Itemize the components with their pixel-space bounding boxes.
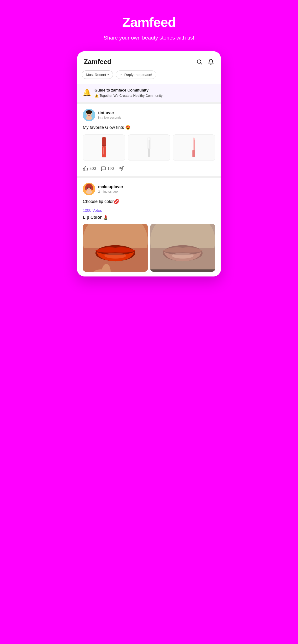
post-1-username: tintlover	[98, 110, 121, 115]
comment-count: 190	[107, 166, 114, 171]
post-2-user-info: makeuplover 2 minutes ago	[98, 184, 123, 193]
comment-button[interactable]: 190	[101, 166, 114, 171]
poll-image-orange-lip[interactable]	[83, 224, 148, 272]
check-icon: ✓	[120, 72, 123, 76]
reply-label: Reply me please!	[124, 72, 152, 77]
community-subtitle: ⚠️ Together We Create a Healthy Communit…	[95, 94, 163, 98]
search-icon[interactable]	[196, 58, 203, 65]
filter-bar: Most Recent ▾ ✓ Reply me please!	[77, 70, 221, 84]
svg-point-31	[90, 187, 91, 189]
svg-rect-15	[148, 138, 149, 148]
post-1-time: in a few seconds	[98, 116, 121, 119]
avatar-img	[83, 109, 95, 121]
product-image-2	[128, 134, 170, 161]
svg-point-29	[91, 186, 93, 190]
search-svg	[196, 59, 203, 65]
chevron-down-icon: ▾	[107, 73, 109, 76]
section-divider-2	[77, 176, 221, 178]
svg-rect-46	[150, 270, 215, 272]
svg-point-21	[193, 138, 195, 140]
lipstick-1-svg	[99, 137, 109, 158]
avatar-2-img	[83, 183, 95, 195]
app-card: Zamfeed Most Recent ▾ ✓ Reply me	[77, 51, 221, 276]
comment-icon	[101, 166, 106, 171]
orange-lip-photo	[83, 224, 148, 272]
like-count: 500	[89, 166, 96, 171]
app-header: Zamfeed	[77, 51, 221, 70]
svg-point-7	[86, 110, 92, 114]
svg-point-30	[87, 187, 89, 189]
svg-point-45	[172, 253, 193, 258]
section-divider-1	[77, 102, 221, 104]
hero-section: Zamfeed Share your own beauty stories wi…	[99, 14, 199, 42]
app-logo: Zamfeed	[84, 58, 111, 66]
post-1-header: tintlover in a few seconds	[83, 109, 215, 121]
svg-point-32	[86, 188, 88, 190]
community-banner: 🔔 Guide to zamface Community ⚠️ Together…	[77, 84, 221, 102]
svg-point-33	[90, 188, 92, 190]
like-button[interactable]: 500	[83, 166, 96, 171]
hero-title: Zamfeed	[104, 14, 194, 30]
most-recent-label: Most Recent	[86, 72, 106, 77]
share-icon	[118, 166, 124, 171]
lipstick-2-svg	[145, 137, 153, 158]
bell-icon[interactable]	[208, 58, 214, 65]
post-card-2: makeuplover 2 minutes ago Choose lip col…	[77, 178, 221, 276]
nude-lip-photo	[150, 224, 215, 272]
community-bell-icon: 🔔	[83, 89, 91, 96]
avatar-makeuplover	[83, 183, 95, 195]
svg-point-0	[197, 60, 201, 63]
post-2-header: makeuplover 2 minutes ago	[83, 183, 215, 195]
thumbs-up-icon	[83, 166, 88, 171]
poll-images	[83, 224, 215, 272]
svg-point-4	[86, 116, 92, 120]
svg-rect-9	[102, 145, 106, 146]
avatar-tintlover	[83, 109, 95, 121]
post-1-content: My favorite Glow tints 😍	[83, 124, 215, 130]
most-recent-filter[interactable]: Most Recent ▾	[82, 70, 113, 79]
post-2-username: makeuplover	[98, 184, 123, 189]
post-1-user-info: tintlover in a few seconds	[98, 110, 121, 119]
svg-rect-10	[102, 146, 106, 158]
community-title: Guide to zamface Community	[95, 88, 163, 92]
svg-point-28	[85, 186, 87, 190]
lipstick-3-svg	[190, 137, 198, 158]
poll-image-nude-lip[interactable]	[150, 224, 215, 272]
orange-lip-svg	[83, 224, 148, 272]
product-image-1	[83, 134, 125, 161]
svg-point-38	[104, 253, 126, 258]
header-icons	[196, 58, 214, 65]
community-text: Guide to zamface Community ⚠️ Together W…	[95, 88, 163, 98]
reply-filter[interactable]: ✓ Reply me please!	[116, 70, 156, 79]
post-1-actions: 500 190	[83, 165, 215, 171]
nude-lip-svg	[150, 224, 215, 272]
svg-rect-20	[193, 150, 193, 156]
svg-rect-18	[193, 138, 194, 150]
post-1-images	[83, 134, 215, 161]
svg-rect-8	[102, 137, 106, 146]
post-card-1: tintlover in a few seconds My favorite G…	[77, 104, 221, 176]
product-image-3	[173, 134, 215, 161]
svg-line-1	[201, 63, 202, 64]
svg-point-26	[86, 190, 92, 194]
post-2-time: 2 minutes ago	[98, 190, 123, 193]
bell-svg	[208, 59, 214, 65]
poll-title: Lip Color 💄	[83, 215, 215, 220]
post-2-content: Choose lip color💋	[83, 198, 215, 204]
votes-count: 1000 Votes	[83, 208, 215, 213]
share-button[interactable]	[118, 166, 124, 171]
svg-rect-11	[103, 147, 104, 154]
hero-subtitle: Share your own beauty stories with us!	[104, 34, 194, 42]
